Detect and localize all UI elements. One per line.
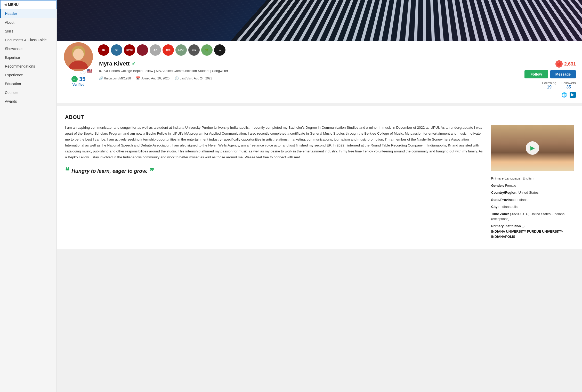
svg-point-2 [73,48,84,60]
avatar-section: 💎 🇺🇸 ✓ 35 Verified [63,41,94,86]
country-label: Country/Region: [491,191,518,194]
gender-row: Gender: Female [491,183,574,188]
calendar-icon: 📅 [136,76,140,80]
quote-text: Hungry to learn, eager to grow. [71,167,148,175]
piano-keys-decoration [228,0,582,41]
sidebar-item-documents[interactable]: Documents & Class Folde... [0,36,56,44]
followers-label: Followers [561,81,576,85]
close-quote-icon: ❞ [150,167,154,175]
sidebar-menu-label: MENU [8,3,19,7]
joined-date: Joined Aug 26, 2020 [141,77,169,80]
sidebar-menu-header[interactable]: ◀ MENU [0,0,56,9]
social-icons: 🌐 in [561,92,576,98]
verified-checkmark-icon: ✔ [132,61,136,67]
about-sidebar: ▶ Primary Language: English Gender: Fema… [491,125,574,241]
city-value: Indianapolis [500,205,518,209]
gender-value: Female [505,184,516,187]
clock-icon: 🕐 [175,76,179,80]
verified-row: ✓ 35 [71,76,85,83]
profile-info-row: 💎 🇺🇸 ✓ 35 Verified Myra Kivett ✔ IUPUI H… [57,57,582,103]
follow-stats: Following 19 Followers 35 [542,81,576,89]
play-button[interactable]: ▶ [526,141,539,155]
primary-institution-row: Primary Institution ⓘ INDIANA UNIVERSITY… [491,224,574,239]
message-button[interactable]: Message [550,70,576,78]
state-row: State/Province: Indiana [491,197,574,202]
sidebar-item-expertise[interactable]: Expertise [0,53,56,62]
about-section-title: ABOUT [65,114,574,120]
timezone-row: Time Zone: (-05:00 UTC) United States - … [491,211,574,222]
chevron-left-icon: ◀ [4,3,6,6]
points-row: 🔴 2,631 [555,60,576,68]
profile-url-item[interactable]: 🔗 thecn.com/MK1288 [99,76,131,80]
org-logo-5[interactable]: TED [163,44,174,56]
avatar-placeholder [64,42,93,71]
city-label: City: [491,205,499,209]
profile-details: Myra Kivett ✔ IUPUI Honors College Bepko… [99,57,509,80]
primary-language-value: English [522,176,534,180]
profile-name: Myra Kivett [99,60,130,67]
sidebar-item-education[interactable]: Education [0,79,56,88]
followers-stat: Followers 35 [561,81,576,89]
quote-section: ❝ Hungry to learn, eager to grow. ❞ [65,167,483,175]
following-label: Following [542,81,556,85]
video-thumbnail[interactable]: ▶ [491,125,574,171]
profile-tagline: IUPUI Honors College Bepko Fellow | MA A… [99,69,509,73]
org-logo-4[interactable]: AZ [150,44,161,56]
about-body-text: I am an aspiring communicator and songwr… [65,125,483,241]
verified-number: 35 [79,76,85,83]
profile-name-row: Myra Kivett ✔ [99,60,509,67]
country-row: Country/Region: United States [491,190,574,195]
sidebar-item-about[interactable]: About [0,18,56,27]
about-section: ABOUT I am an aspiring communicator and … [57,106,582,249]
link-icon: 🔗 [99,76,103,80]
globe-icon[interactable]: 🌐 [561,92,567,98]
state-value: Indiana [516,198,528,202]
last-visit: Last Visit: Aug 24, 2023 [180,77,212,80]
main-content: IUSFIUPUIAZTEDIUPUImk🌿∞ [57,0,582,392]
sidebar-item-showcases[interactable]: Showcases [0,44,56,53]
about-content: I am an aspiring communicator and songwr… [65,125,574,241]
last-visit-item: 🕐 Last Visit: Aug 24, 2023 [175,76,212,80]
profile-actions: 🔴 2,631 Follow Message Following 19 Foll… [514,57,576,98]
sidebar-item-awards[interactable]: Awards [0,97,56,106]
primary-language-label: Primary Language: [491,176,522,180]
org-logos-row: IUSFIUPUIAZTEDIUPUImk🌿∞ [57,41,582,57]
joined-item: 📅 Joined Aug 26, 2020 [136,76,169,80]
points-value: 2,631 [564,61,576,67]
action-buttons: Follow Message [524,70,576,78]
org-logo-3[interactable] [137,44,148,56]
gender-label: Gender: [491,184,504,187]
points-icon: 🔴 [555,60,563,68]
city-row: City: Indianapolis [491,204,574,209]
avatar [63,41,94,72]
linkedin-icon[interactable]: in [570,92,576,98]
sidebar: ◀ MENU HeaderAboutSkillsDocuments & Clas… [0,0,57,392]
timezone-label: Time Zone: [491,212,509,216]
cover-photo [57,0,582,41]
follow-button[interactable]: Follow [524,70,548,78]
sidebar-item-courses[interactable]: Courses [0,88,56,97]
primary-institution-label: Primary Institution [491,224,521,228]
primary-institution-value: INDIANA UNIVERSITY PURDUE UNIVERSITY-IND… [491,229,574,239]
primary-language-row: Primary Language: English [491,176,574,181]
org-logo-1[interactable]: SF [111,44,122,56]
org-logo-7[interactable]: mk [188,44,200,56]
org-logo-0[interactable]: IU [98,44,109,56]
org-logo-6[interactable]: IUPUI [175,44,187,56]
following-count: 19 [547,85,552,89]
verified-check-icon: ✓ [71,76,78,82]
country-value: United States [518,191,538,194]
org-logo-9[interactable]: ∞ [214,44,225,56]
sidebar-item-skills[interactable]: Skills [0,27,56,36]
org-logo-2[interactable]: IUPUI [124,44,135,56]
state-label: State/Province: [491,198,516,202]
sidebar-item-experience[interactable]: Experience [0,71,56,79]
sidebar-item-header[interactable]: Header [0,9,56,18]
profile-header: IUSFIUPUIAZTEDIUPUImk🌿∞ [57,0,582,103]
verified-label: Verified [72,83,85,86]
followers-count: 35 [566,85,571,89]
primary-institution-info-icon: ⓘ [522,225,524,228]
org-logo-8[interactable]: 🌿 [201,44,213,56]
sidebar-item-recommendations[interactable]: Recommendations [0,62,56,71]
following-stat: Following 19 [542,81,556,89]
